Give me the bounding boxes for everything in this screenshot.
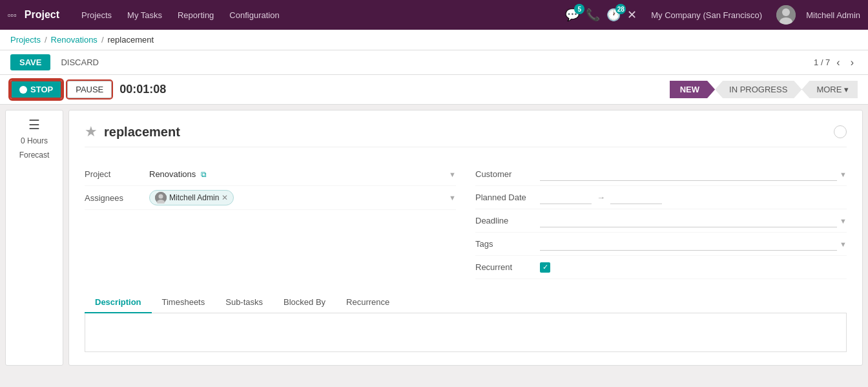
deadline-field-row: Deadline ▼: [475, 209, 847, 233]
recurrent-label: Recurrent: [475, 262, 540, 272]
nav-item-my-tasks[interactable]: My Tasks: [121, 6, 169, 24]
svg-point-4: [159, 194, 163, 199]
deadline-value: ▼: [540, 214, 847, 227]
pagination: 1 / 7 ‹ ›: [814, 56, 858, 70]
deadline-label: Deadline: [475, 216, 540, 225]
project-val[interactable]: Renovations: [149, 169, 196, 179]
phone-icon: 📞: [586, 8, 600, 22]
form-grid: Project Renovations ⧉ ▼ Assignees: [85, 163, 847, 279]
deadline-dropdown-arrow[interactable]: ▼: [840, 217, 847, 225]
chat-badge: 5: [574, 4, 584, 14]
save-button[interactable]: SAVE: [10, 54, 50, 70]
customer-input[interactable]: [540, 168, 837, 181]
stop-button[interactable]: STOP: [10, 80, 62, 99]
planned-date-field-row: Planned Date →: [475, 186, 847, 209]
clock-icon-btn[interactable]: 🕐 28: [606, 8, 621, 22]
stop-icon: [19, 86, 27, 94]
close-icon-btn[interactable]: ✕: [627, 8, 637, 22]
tags-label: Tags: [475, 239, 540, 249]
discard-button[interactable]: DISCARD: [56, 54, 104, 70]
form-area: ★ Project Renovations ⧉ ▼ Assignees: [68, 110, 863, 366]
tags-value: ▼: [540, 238, 847, 251]
star-icon[interactable]: ★: [85, 123, 98, 140]
tags-dropdown-arrow[interactable]: ▼: [840, 240, 847, 248]
customer-field-row: Customer ▼: [475, 163, 847, 186]
project-label: Project: [85, 169, 149, 179]
next-page-button[interactable]: ›: [847, 56, 858, 70]
left-fields: Project Renovations ⧉ ▼ Assignees: [85, 163, 456, 279]
clock-badge: 28: [615, 4, 626, 14]
tab-content: [85, 313, 847, 352]
planned-date-end-input[interactable]: [610, 191, 662, 204]
project-value: Renovations ⧉ ▼: [149, 169, 456, 179]
timer-display: 00:01:08: [119, 83, 166, 96]
app-name: Project: [25, 9, 59, 21]
project-dropdown-arrow[interactable]: ▼: [449, 171, 456, 178]
tab-recurrence[interactable]: Recurrence: [336, 292, 400, 313]
deadline-input[interactable]: [540, 214, 837, 227]
prev-page-button[interactable]: ‹: [832, 56, 843, 70]
tab-blocked-by[interactable]: Blocked By: [273, 292, 336, 313]
project-field-row: Project Renovations ⧉ ▼: [85, 163, 456, 186]
assignee-name: Mitchell Admin: [169, 193, 219, 202]
company-name: My Company (San Francisco): [651, 10, 762, 20]
avatar: [776, 5, 796, 25]
assignee-avatar: [155, 192, 167, 204]
task-title-input[interactable]: [104, 125, 827, 140]
phone-icon-btn[interactable]: 📞: [586, 8, 600, 22]
nav-item-reporting[interactable]: Reporting: [171, 6, 220, 24]
status-new[interactable]: NEW: [670, 81, 715, 98]
status-in-progress[interactable]: IN PROGRESS: [715, 81, 801, 98]
top-navigation: ▫▫▫ Project Projects My Tasks Reporting …: [0, 0, 868, 30]
main-content: ☰ 0 Hours Forecast ★ Project Renovations…: [0, 105, 868, 371]
pagination-info: 1 / 7: [814, 58, 830, 67]
planned-date-label: Planned Date: [475, 193, 540, 202]
hours-forecast-value: 0 Hours: [21, 136, 48, 147]
assignee-tag: Mitchell Admin ✕: [149, 190, 234, 205]
grid-icon[interactable]: ▫▫▫: [8, 10, 17, 20]
recurrent-checkbox[interactable]: ✓: [540, 262, 550, 273]
planned-date-value: →: [540, 191, 847, 204]
assignees-field-row: Assignees Mitchell Admin ✕ ▼: [85, 186, 456, 210]
tags-input[interactable]: [540, 238, 837, 251]
nav-item-configuration[interactable]: Configuration: [223, 6, 285, 24]
timer-bar: STOP PAUSE 00:01:08 NEW IN PROGRESS MORE…: [0, 75, 868, 105]
customer-value: ▼: [540, 168, 847, 181]
assignees-label: Assignees: [85, 193, 149, 203]
user-name: Mitchell Admin: [806, 10, 860, 20]
external-link-icon[interactable]: ⧉: [201, 170, 207, 179]
tags-field-row: Tags ▼: [475, 233, 847, 256]
customer-dropdown-arrow[interactable]: ▼: [840, 171, 847, 178]
planned-date-start-input[interactable]: [540, 191, 592, 204]
breadcrumb-projects[interactable]: Projects: [10, 35, 41, 45]
close-icon: ✕: [627, 8, 637, 22]
pause-button[interactable]: PAUSE: [67, 81, 112, 98]
breadcrumb-current: replacement: [108, 35, 154, 45]
recurrent-value: ✓: [540, 262, 847, 273]
side-panel: ☰ 0 Hours Forecast: [5, 110, 63, 366]
chat-icon-btn[interactable]: 💬 5: [565, 8, 579, 22]
hours-forecast-label: Forecast: [19, 151, 50, 161]
tabs-bar: Description Timesheets Sub-tasks Blocked…: [85, 292, 847, 313]
right-fields: Customer ▼ Planned Date → Deadline: [475, 163, 847, 279]
tab-description[interactable]: Description: [85, 292, 152, 313]
breadcrumb: Projects / Renovations / replacement: [0, 30, 868, 50]
svg-point-1: [782, 8, 790, 16]
action-bar: SAVE DISCARD 1 / 7 ‹ ›: [0, 50, 868, 75]
assignees-value: Mitchell Admin ✕ ▼: [149, 190, 456, 205]
date-arrow-sep: →: [597, 193, 605, 202]
customer-label: Customer: [475, 169, 540, 179]
tab-sub-tasks[interactable]: Sub-tasks: [215, 292, 273, 313]
task-title-row: ★: [85, 123, 847, 147]
status-bar: NEW IN PROGRESS MORE ▾: [670, 81, 858, 98]
nav-item-projects[interactable]: Projects: [75, 6, 118, 24]
breadcrumb-renovations[interactable]: Renovations: [51, 35, 98, 45]
status-more-button[interactable]: MORE ▾: [801, 81, 858, 98]
tab-timesheets[interactable]: Timesheets: [152, 292, 216, 313]
status-radio[interactable]: [834, 125, 847, 138]
remove-assignee-button[interactable]: ✕: [222, 193, 228, 202]
hours-forecast-icon: ☰: [28, 117, 40, 132]
assignees-dropdown-arrow[interactable]: ▼: [449, 194, 456, 202]
recurrent-field-row: Recurrent ✓: [475, 256, 847, 279]
